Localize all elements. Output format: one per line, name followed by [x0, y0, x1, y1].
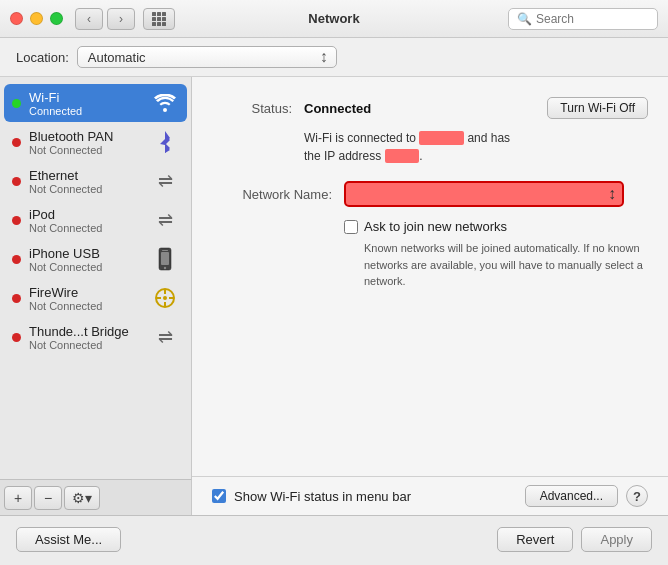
iphone-icon — [151, 245, 179, 273]
firewire-icon — [151, 284, 179, 312]
sidebar-item-wifi[interactable]: Wi-Fi Connected — [4, 84, 187, 122]
revert-button[interactable]: Revert — [497, 527, 573, 552]
sidebar-item-ethernet[interactable]: Ethernet Not Connected ⇌ — [4, 162, 187, 200]
status-value: Connected — [304, 101, 371, 116]
add-network-button[interactable]: + — [4, 486, 32, 510]
location-label: Location: — [16, 50, 69, 65]
status-dot-thunderbolt — [12, 333, 21, 342]
network-dropdown-arrow-icon: ↕ — [608, 185, 616, 203]
svg-rect-2 — [161, 252, 169, 265]
status-dot-ipod — [12, 216, 21, 225]
window-title: Network — [308, 11, 359, 26]
wifi-icon — [151, 89, 179, 117]
ipod-item-text: iPod Not Connected — [29, 207, 143, 234]
forward-button[interactable]: › — [107, 8, 135, 30]
show-wifi-checkbox[interactable] — [212, 489, 226, 503]
ethernet-item-status: Not Connected — [29, 183, 143, 195]
bluetooth-item-text: Bluetooth PAN Not Connected — [29, 129, 143, 156]
bluetooth-icon — [151, 128, 179, 156]
minimize-button[interactable] — [30, 12, 43, 25]
ipod-icon: ⇌ — [151, 206, 179, 234]
iphone-item-text: iPhone USB Not Connected — [29, 246, 143, 273]
maximize-button[interactable] — [50, 12, 63, 25]
status-dot-firewire — [12, 294, 21, 303]
network-name-row: Network Name: ↕ — [212, 181, 648, 207]
join-networks-row: Ask to join new networks — [344, 219, 648, 234]
back-button[interactable]: ‹ — [75, 8, 103, 30]
iphone-item-status: Not Connected — [29, 261, 143, 273]
thunderbolt-item-name: Thunde...t Bridge — [29, 324, 143, 339]
thunderbolt-item-status: Not Connected — [29, 339, 143, 351]
ipod-item-name: iPod — [29, 207, 143, 222]
svg-point-3 — [164, 267, 166, 269]
hint-text: Known networks will be joined automatica… — [364, 240, 644, 290]
ethernet-icon: ⇌ — [151, 167, 179, 195]
right-panel-wrapper: Status: Connected Turn Wi-Fi Off Wi-Fi i… — [192, 77, 668, 515]
thunderbolt-icon: ⇌ — [151, 323, 179, 351]
network-name-label: Network Name: — [212, 187, 332, 202]
status-label: Status: — [212, 101, 292, 116]
search-icon: 🔍 — [517, 12, 532, 26]
location-dropdown-arrow: ↕ — [320, 49, 328, 65]
svg-rect-1 — [162, 250, 168, 251]
bluetooth-item-name: Bluetooth PAN — [29, 129, 143, 144]
titlebar: ‹ › Network 🔍 — [0, 0, 668, 38]
wifi-item-text: Wi-Fi Connected — [29, 90, 143, 117]
sidebar-item-ipod[interactable]: iPod Not Connected ⇌ — [4, 201, 187, 239]
status-dot-ethernet — [12, 177, 21, 186]
show-wifi-label: Show Wi-Fi status in menu bar — [234, 489, 411, 504]
sidebar-item-iphone-usb[interactable]: iPhone USB Not Connected — [4, 240, 187, 278]
bottom-panel: Show Wi-Fi status in menu bar Advanced..… — [192, 476, 668, 515]
apply-button[interactable]: Apply — [581, 527, 652, 552]
status-description: Wi-Fi is connected to and has the IP add… — [304, 129, 648, 165]
thunderbolt-item-text: Thunde...t Bridge Not Connected — [29, 324, 143, 351]
firewire-item-name: FireWire — [29, 285, 143, 300]
location-select[interactable]: Automatic ↕ — [77, 46, 337, 68]
ipod-item-status: Not Connected — [29, 222, 143, 234]
location-bar: Location: Automatic ↕ — [0, 38, 668, 77]
iphone-item-name: iPhone USB — [29, 246, 143, 261]
location-value: Automatic — [88, 50, 320, 65]
main-content: Wi-Fi Connected Bluetooth PAN Not Connec… — [0, 77, 668, 515]
status-dot-iphone — [12, 255, 21, 264]
grid-icon — [152, 12, 166, 26]
app-grid-button[interactable] — [143, 8, 175, 30]
svg-point-9 — [163, 296, 167, 300]
nav-buttons: ‹ › — [75, 8, 135, 30]
advanced-button[interactable]: Advanced... — [525, 485, 618, 507]
turn-wifi-button[interactable]: Turn Wi-Fi Off — [547, 97, 648, 119]
sidebar-item-thunderbolt[interactable]: Thunde...t Bridge Not Connected ⇌ — [4, 318, 187, 356]
network-name-input[interactable] — [352, 187, 608, 202]
sidebar-item-firewire[interactable]: FireWire Not Connected — [4, 279, 187, 317]
gear-button[interactable]: ⚙▾ — [64, 486, 100, 510]
wifi-item-name: Wi-Fi — [29, 90, 143, 105]
join-networks-label: Ask to join new networks — [364, 219, 507, 234]
sidebar: Wi-Fi Connected Bluetooth PAN Not Connec… — [0, 77, 192, 515]
sidebar-toolbar: + − ⚙▾ — [0, 479, 192, 515]
ethernet-item-text: Ethernet Not Connected — [29, 168, 143, 195]
gear-icon: ⚙▾ — [72, 490, 92, 506]
status-dot-bluetooth — [12, 138, 21, 147]
status-row: Status: Connected Turn Wi-Fi Off — [212, 97, 648, 119]
firewire-item-text: FireWire Not Connected — [29, 285, 143, 312]
assist-me-button[interactable]: Assist Me... — [16, 527, 121, 552]
close-button[interactable] — [10, 12, 23, 25]
sidebar-item-bluetooth-pan[interactable]: Bluetooth PAN Not Connected — [4, 123, 187, 161]
right-panel: Status: Connected Turn Wi-Fi Off Wi-Fi i… — [192, 77, 668, 476]
remove-network-button[interactable]: − — [34, 486, 62, 510]
network-name-field[interactable]: ↕ — [344, 181, 624, 207]
help-button[interactable]: ? — [626, 485, 648, 507]
search-bar[interactable]: 🔍 — [508, 8, 658, 30]
bluetooth-item-status: Not Connected — [29, 144, 143, 156]
wifi-item-status: Connected — [29, 105, 143, 117]
firewire-item-status: Not Connected — [29, 300, 143, 312]
join-networks-checkbox[interactable] — [344, 220, 358, 234]
traffic-lights — [10, 12, 63, 25]
status-dot-wifi — [12, 99, 21, 108]
ethernet-item-name: Ethernet — [29, 168, 143, 183]
footer: Assist Me... Revert Apply — [0, 515, 668, 563]
search-input[interactable] — [536, 12, 649, 26]
